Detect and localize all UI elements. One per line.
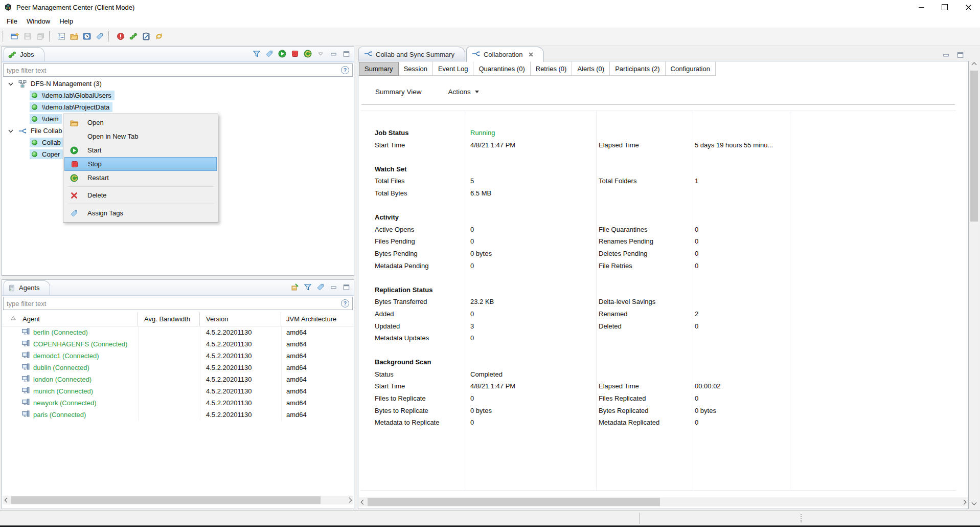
field-label: Bytes Pending — [375, 250, 418, 257]
jobs-restart-button[interactable] — [302, 48, 313, 59]
subtab-alerts0[interactable]: Alerts (0) — [572, 62, 610, 76]
agents-tag-button[interactable] — [315, 281, 326, 293]
jobs-button[interactable] — [127, 30, 140, 43]
agents-filter-input[interactable] — [4, 299, 352, 308]
subtab-configuration[interactable]: Configuration — [666, 62, 716, 76]
new-job-button[interactable] — [67, 30, 80, 43]
version-cell: 4.5.2.20201130 — [200, 328, 281, 336]
scroll-up-arrow-icon[interactable] — [970, 60, 978, 69]
table-row[interactable]: london (Connected)4.5.2.20201130amd64 — [2, 374, 354, 385]
properties-button[interactable] — [55, 30, 67, 43]
context-menu-item-assign-tags[interactable]: Assign Tags — [64, 206, 217, 221]
field-label-cell: Files Replicated — [596, 392, 693, 405]
editor-minimize-button[interactable] — [940, 49, 951, 60]
version-value: 4.5.2.20201130 — [206, 352, 252, 360]
context-menu-item-start[interactable]: Start — [64, 143, 217, 157]
window-close-button[interactable] — [956, 0, 980, 14]
schedule-button[interactable] — [80, 30, 93, 43]
scroll-down-arrow-icon[interactable] — [970, 498, 978, 507]
jobs-tag-button[interactable] — [264, 48, 275, 59]
agents-maximize-button[interactable] — [340, 281, 352, 293]
field-label: Metadata Replicated — [599, 419, 659, 426]
menu-file[interactable]: File — [2, 14, 22, 28]
save-button[interactable] — [21, 30, 34, 43]
window-maximize-button[interactable] — [933, 0, 956, 14]
collab-icon — [472, 50, 480, 59]
menu-help[interactable]: Help — [55, 14, 78, 28]
editor-horizontal-scrollbar[interactable] — [359, 497, 968, 507]
scrollbar-thumb[interactable] — [368, 498, 660, 506]
tree-expand-icon[interactable] — [7, 127, 14, 135]
table-row[interactable]: berlin (Connected)4.5.2.20201130amd64 — [2, 326, 354, 338]
field-label: File Quarantines — [599, 226, 647, 233]
context-menu-item-open-in-new-tab[interactable]: Open in New Tab — [64, 129, 217, 143]
tasks-button[interactable] — [140, 30, 152, 43]
table-row[interactable]: newyork (Connected)4.5.2.20201130amd64 — [2, 397, 354, 409]
tag-button[interactable] — [93, 30, 106, 43]
table-row[interactable]: COPENHAGENFS (Connected)4.5.2.20201130am… — [2, 338, 354, 350]
agents-horizontal-scrollbar[interactable] — [3, 496, 353, 504]
jobs-start-button[interactable] — [277, 48, 288, 59]
close-icon[interactable] — [529, 51, 533, 58]
tab-jobs[interactable]: Jobs — [4, 47, 44, 61]
agents-filter-button[interactable] — [302, 281, 313, 293]
subtab-session[interactable]: Session — [399, 62, 433, 76]
jobs-maximize-button[interactable] — [340, 48, 352, 59]
save-all-button[interactable] — [34, 30, 47, 43]
field-value: 0 — [695, 262, 698, 270]
window-minimize-button[interactable] — [909, 0, 933, 14]
tree-item[interactable]: \\demo.lab\ProjectData — [2, 101, 354, 113]
jobs-minimize-button[interactable] — [328, 48, 339, 59]
new-connection-button[interactable] — [8, 30, 21, 43]
alerts-button[interactable] — [114, 30, 127, 43]
table-row[interactable]: dublin (Connected)4.5.2.20201130amd64 — [2, 362, 354, 374]
editor-tab-collaboration[interactable]: Collaboration — [466, 47, 544, 62]
field-label-cell: Updated — [359, 320, 466, 333]
jobs-stop-button[interactable] — [289, 48, 301, 59]
editor-vertical-scrollbar[interactable] — [970, 60, 978, 507]
subtab-summary[interactable]: Summary — [359, 62, 399, 76]
scrollbar-thumb[interactable] — [11, 496, 321, 504]
refresh-button[interactable] — [152, 30, 165, 43]
column-header-avg-bandwidth[interactable]: Avg. Bandwidth — [138, 312, 200, 326]
jobs-view-menu-button[interactable] — [315, 48, 326, 59]
tab-agents[interactable]: Agents — [4, 280, 50, 295]
table-row[interactable]: demodc1 (Connected)4.5.2.20201130amd64 — [2, 350, 354, 362]
subtab-retries0[interactable]: Retries (0) — [531, 62, 573, 76]
subtab-eventlog[interactable]: Event Log — [433, 62, 474, 76]
table-bottom-line — [360, 490, 956, 491]
table-row[interactable]: munich (Connected)4.5.2.20201130amd64 — [2, 385, 354, 397]
context-menu-item-open[interactable]: Open — [64, 116, 217, 129]
jobs-filter-help-icon[interactable]: ? — [341, 66, 349, 74]
column-header-version[interactable]: Version — [200, 312, 281, 326]
agents-filter-help-icon[interactable]: ? — [341, 299, 349, 308]
field-label: Elapsed Time — [599, 382, 639, 390]
tree-item[interactable]: \\demo.lab\GlobalUsers — [2, 90, 354, 101]
jobs-filter-button[interactable] — [251, 48, 262, 59]
menu-window[interactable]: Window — [22, 14, 55, 28]
subtab-participants2[interactable]: Participants (2) — [610, 62, 665, 76]
start-icon — [278, 50, 286, 58]
context-menu-item-stop[interactable]: Stop — [64, 157, 217, 171]
agents-agent-install-button[interactable] — [289, 281, 301, 293]
jobs-filter-input[interactable] — [4, 66, 352, 75]
column-header-agent[interactable]: Agent — [2, 312, 138, 326]
scroll-left-arrow-icon[interactable] — [359, 497, 367, 507]
scrollbar-thumb[interactable] — [970, 71, 978, 222]
scroll-right-arrow-icon[interactable] — [345, 496, 353, 504]
context-menu-item-delete[interactable]: Delete — [64, 188, 217, 202]
subtab-quarantines0[interactable]: Quarantines (0) — [473, 62, 530, 76]
table-row[interactable]: paris (Connected)4.5.2.20201130amd64 — [2, 409, 354, 421]
editor-tab-collab-and-sync-summary[interactable]: Collab and Sync Summary — [358, 47, 465, 61]
tree-item-label: DFS-N Management (3) — [31, 80, 102, 87]
scroll-left-arrow-icon[interactable] — [3, 496, 11, 504]
actions-dropdown[interactable]: Actions — [448, 88, 479, 96]
tree-expand-icon[interactable] — [7, 80, 14, 87]
chevron-down-icon — [475, 91, 479, 93]
scroll-right-arrow-icon[interactable] — [960, 497, 968, 507]
column-header-jvm-architecture[interactable]: JVM Architecture — [281, 315, 354, 323]
agents-minimize-button[interactable] — [328, 281, 339, 293]
tree-item[interactable]: DFS-N Management (3) — [2, 78, 354, 90]
context-menu-item-restart[interactable]: Restart — [64, 171, 217, 185]
editor-maximize-button[interactable] — [954, 49, 966, 60]
